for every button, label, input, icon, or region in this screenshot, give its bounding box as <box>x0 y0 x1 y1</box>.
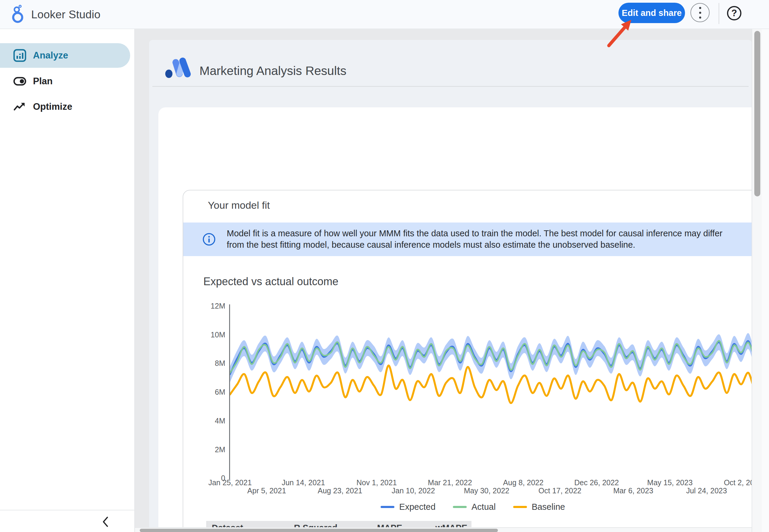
x-axis-label: May 15, 2023 <box>647 478 693 487</box>
x-axis-label: Dec 26, 2022 <box>574 478 619 487</box>
sidebar-item-label: Optimize <box>33 101 72 112</box>
kebab-menu-icon <box>699 7 701 19</box>
sidebar: Analyze Plan Optimize <box>0 29 135 532</box>
help-button[interactable]: ? <box>727 6 741 20</box>
chart-section-heading: Expected vs actual outcome <box>203 275 338 288</box>
app-header: Looker Studio Edit and share ? <box>0 0 769 29</box>
legend-swatch <box>381 506 394 508</box>
x-axis-label: Jan 25, 2021 <box>208 478 252 487</box>
x-axis-label: May 30, 2022 <box>464 486 510 495</box>
sidebar-item-label: Analyze <box>33 50 68 61</box>
x-axis-label: Oct 17, 2022 <box>538 486 581 495</box>
legend-item-baseline[interactable]: Baseline <box>513 502 565 512</box>
sidebar-collapse-button[interactable] <box>99 515 112 528</box>
sidebar-item-plan[interactable]: Plan <box>0 72 130 91</box>
model-fit-inner-card: Your model fit Model fit is a measure of… <box>183 190 752 532</box>
y-axis-label: 10M <box>196 330 225 339</box>
legend-label: Actual <box>471 502 496 512</box>
y-axis-label: 12M <box>196 301 225 311</box>
sidebar-item-optimize[interactable]: Optimize <box>0 97 130 116</box>
sidebar-item-label: Plan <box>33 76 52 87</box>
y-axis-label: 8M <box>196 358 225 368</box>
toggle-icon <box>13 75 26 88</box>
sidebar-item-analyze[interactable]: Analyze <box>0 43 130 68</box>
legend-item-actual[interactable]: Actual <box>453 502 496 512</box>
header-divider <box>719 3 719 24</box>
x-axis-label: Aug 8, 2022 <box>503 478 543 487</box>
confidence-band <box>230 333 752 382</box>
horizontal-scrollbar-thumb[interactable] <box>140 529 498 532</box>
x-axis-label: Jul 24, 2023 <box>686 486 727 495</box>
more-options-button[interactable] <box>690 3 710 22</box>
looker-studio-logo-icon <box>8 5 27 25</box>
x-axis-label: Jun 14, 2021 <box>282 478 325 487</box>
app-title: Looker Studio <box>31 0 100 29</box>
bar-chart-icon <box>13 49 26 62</box>
x-axis-label: Mar 6, 2023 <box>613 486 653 495</box>
legend-label: Expected <box>399 502 435 512</box>
legend-item-expected[interactable]: Expected <box>381 502 435 512</box>
horizontal-scrollbar[interactable] <box>135 527 752 532</box>
marketing-platform-logo-icon <box>163 54 192 82</box>
x-axis-label: Mar 21, 2022 <box>428 478 472 487</box>
right-panel-strip <box>762 29 769 532</box>
legend-swatch <box>513 506 527 508</box>
model-fit-card: Your model fit Model fit is a measure of… <box>158 107 752 532</box>
x-axis-label: Nov 1, 2021 <box>356 478 397 487</box>
x-axis-label: Aug 23, 2021 <box>318 486 362 495</box>
sidebar-footer <box>0 510 135 532</box>
report-page: Marketing Analysis Results Your model fi… <box>149 40 752 532</box>
y-axis-label: 4M <box>196 416 225 426</box>
trending-up-icon <box>13 100 26 113</box>
vertical-scrollbar-thumb[interactable] <box>754 31 760 196</box>
y-axis-label: 6M <box>196 387 225 397</box>
vertical-scrollbar[interactable] <box>752 29 762 532</box>
info-banner-text: Model fit is a measure of how well your … <box>227 228 723 250</box>
legend-label: Baseline <box>532 502 565 512</box>
title-divider <box>152 86 749 87</box>
edit-and-share-button[interactable]: Edit and share <box>618 3 685 23</box>
outcome-chart-plot <box>230 305 752 478</box>
x-axis-label: Jan 10, 2022 <box>392 486 435 495</box>
info-banner: Model fit is a measure of how well your … <box>183 223 752 256</box>
info-icon <box>202 232 216 247</box>
x-axis-label: Oct 2, 2023 <box>724 478 752 487</box>
help-icon: ? <box>732 8 737 19</box>
baseline-line <box>230 366 752 403</box>
page-title: Marketing Analysis Results <box>199 64 346 78</box>
x-axis-label: Apr 5, 2021 <box>247 486 286 495</box>
looker-studio-screen: Looker Studio Edit and share ? <box>0 0 769 532</box>
chevron-left-icon <box>101 516 110 528</box>
y-axis-label: 2M <box>196 445 225 454</box>
card-heading: Your model fit <box>208 199 270 211</box>
chart-legend: ExpectedActualBaseline <box>183 502 752 512</box>
legend-swatch <box>453 506 467 508</box>
